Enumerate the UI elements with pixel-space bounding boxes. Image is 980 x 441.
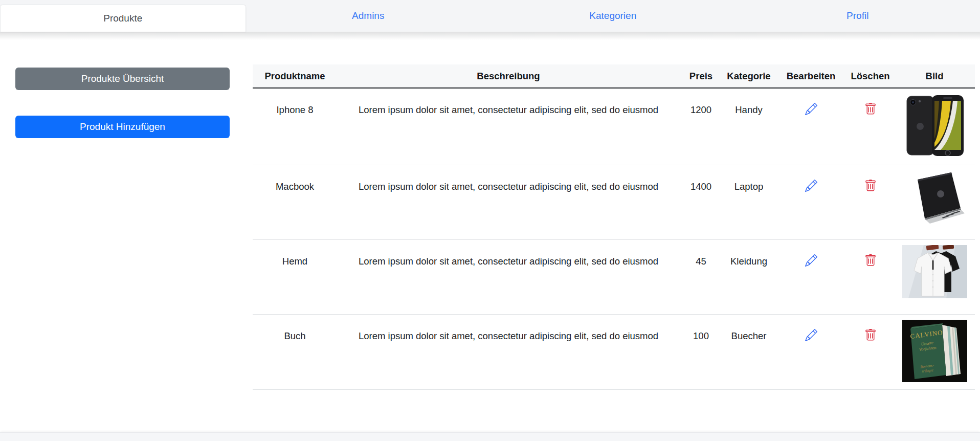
product-category-cell: Laptop xyxy=(722,165,775,240)
product-price-cell: 45 xyxy=(680,240,722,315)
image-cell: CALVINO Unsere Vorfahren Romans- trilogi… xyxy=(894,315,975,390)
product-table-body: Iphone 8 Lorem ipsum dolor sit amet, con… xyxy=(253,88,975,390)
product-name-cell: Buch xyxy=(253,315,337,390)
table-row: Iphone 8 Lorem ipsum dolor sit amet, con… xyxy=(253,88,975,165)
edit-cell xyxy=(775,240,847,315)
table-row: Hemd Lorem ipsum dolor sit amet, consect… xyxy=(253,240,975,315)
table-header-row: Produktname Beschreibung Preis Kategorie… xyxy=(253,64,975,88)
table-row: Buch Lorem ipsum dolor sit amet, consect… xyxy=(253,315,975,390)
product-price-cell: 1200 xyxy=(680,88,722,165)
column-header-produktname: Produktname xyxy=(253,64,337,88)
tab-produkte[interactable]: Produkte xyxy=(0,5,246,32)
delete-button[interactable] xyxy=(864,103,877,115)
products-table: Produktname Beschreibung Preis Kategorie… xyxy=(253,64,975,390)
tab-profil[interactable]: Profil xyxy=(736,0,980,32)
add-product-button[interactable]: Produkt Hinzufügen xyxy=(15,116,230,138)
tab-kategorien[interactable]: Kategorien xyxy=(491,0,736,32)
edit-button[interactable] xyxy=(805,329,817,341)
product-category-cell: Buecher xyxy=(722,315,775,390)
pencil-icon xyxy=(805,180,817,192)
column-header-bearbeiten: Bearbeiten xyxy=(775,64,847,88)
image-cell xyxy=(894,165,975,240)
edit-cell xyxy=(775,88,847,165)
delete-cell xyxy=(847,240,894,315)
pencil-icon xyxy=(805,254,817,267)
product-name-cell: Hemd xyxy=(253,240,337,315)
delete-button[interactable] xyxy=(864,254,877,267)
shirt-product-photo xyxy=(902,245,967,298)
pencil-icon xyxy=(805,103,817,115)
product-description-cell: Lorem ipsum dolor sit amet, consectetur … xyxy=(337,315,680,390)
product-name-cell: Iphone 8 xyxy=(253,88,337,165)
edit-button[interactable] xyxy=(805,254,817,267)
product-image-iphone xyxy=(902,94,967,158)
product-price-cell: 1400 xyxy=(680,165,722,240)
product-description-cell: Lorem ipsum dolor sit amet, consectetur … xyxy=(337,88,680,165)
product-image-macbook xyxy=(902,170,967,227)
tab-admins[interactable]: Admins xyxy=(246,0,491,32)
top-navbar: Produkte Admins Kategorien Profil xyxy=(0,0,980,32)
edit-button[interactable] xyxy=(805,103,817,115)
pencil-icon xyxy=(805,329,817,341)
edit-cell xyxy=(775,315,847,390)
delete-cell xyxy=(847,165,894,240)
table-row: Macbook Lorem ipsum dolor sit amet, cons… xyxy=(253,165,975,240)
product-category-cell: Handy xyxy=(722,88,775,165)
image-cell xyxy=(894,88,975,165)
navbar-shadow xyxy=(0,32,980,40)
edit-button[interactable] xyxy=(805,180,817,192)
product-category-cell: Kleidung xyxy=(722,240,775,315)
image-cell xyxy=(894,240,975,315)
product-name-cell: Macbook xyxy=(253,165,337,240)
trash-icon xyxy=(864,103,877,115)
product-image-book: CALVINO Unsere Vorfahren Romans- trilogi… xyxy=(902,320,967,382)
delete-button[interactable] xyxy=(864,329,877,341)
column-header-loeschen: Löschen xyxy=(847,64,894,88)
edit-cell xyxy=(775,165,847,240)
products-overview-button[interactable]: Produkte Übersicht xyxy=(15,68,230,90)
trash-icon xyxy=(864,329,877,341)
column-header-bild: Bild xyxy=(894,64,975,88)
trash-icon xyxy=(864,254,877,267)
column-header-preis: Preis xyxy=(680,64,722,88)
macbook-product-photo xyxy=(902,170,967,227)
iphone-product-photo xyxy=(902,94,967,158)
delete-cell xyxy=(847,88,894,165)
product-description-cell: Lorem ipsum dolor sit amet, consectetur … xyxy=(337,240,680,315)
product-description-cell: Lorem ipsum dolor sit amet, consectetur … xyxy=(337,165,680,240)
footer-bar xyxy=(0,432,980,441)
product-price-cell: 100 xyxy=(680,315,722,390)
delete-cell xyxy=(847,315,894,390)
trash-icon xyxy=(864,180,877,192)
book-product-photo: CALVINO Unsere Vorfahren Romans- trilogi… xyxy=(902,320,967,382)
product-image-shirt xyxy=(902,245,967,298)
column-header-kategorie: Kategorie xyxy=(722,64,775,88)
delete-button[interactable] xyxy=(864,180,877,192)
column-header-beschreibung: Beschreibung xyxy=(337,64,680,88)
